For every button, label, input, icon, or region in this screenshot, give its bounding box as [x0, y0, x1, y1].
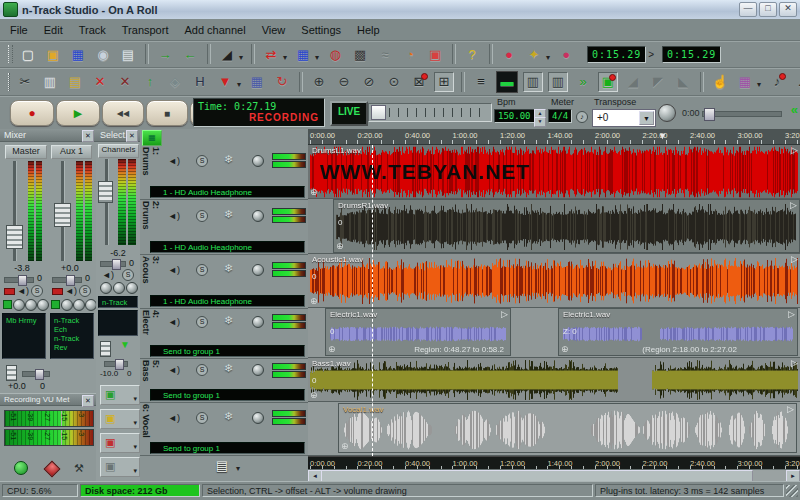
menu-view[interactable]: View — [262, 24, 286, 36]
lane-drums-right[interactable]: DrumsR1.wav 0 ▷ ⊕ — [308, 199, 800, 254]
track-volume-knob[interactable] — [252, 264, 264, 276]
track-mute-icon[interactable]: ◄) — [168, 413, 180, 423]
track-solo-button[interactable]: S — [196, 316, 208, 328]
export-wav-icon[interactable]: ← — [180, 44, 200, 64]
video-window-icon[interactable]: ▩ — [350, 44, 370, 64]
master-output-dropdown-icon[interactable]: ▾ — [236, 464, 240, 473]
track-volume-knob[interactable] — [252, 155, 264, 167]
region-play-icon[interactable]: ▷ — [791, 254, 798, 264]
marker-tool-icon[interactable]: H — [190, 72, 210, 92]
piano-roll-dropdown-icon[interactable]: ▾ — [757, 80, 761, 89]
track-solo-button[interactable]: S — [196, 210, 208, 222]
track-mute-icon[interactable]: ◄) — [168, 317, 180, 327]
track-solo-button[interactable]: S — [196, 155, 208, 167]
recording-vu-close-icon[interactable]: ✕ — [82, 395, 94, 407]
zoom-all-icon[interactable]: ⊞ — [434, 72, 454, 92]
track-output-display[interactable]: 1 - HD Audio Headphone — [150, 295, 305, 307]
burn-cd-icon[interactable]: ◉ — [93, 44, 113, 64]
insert-slot-3-button-dropdown-icon[interactable]: ▾ — [133, 438, 137, 455]
fx-entry[interactable]: n-Track Cha — [102, 298, 137, 308]
audio-output-icon[interactable]: ♫ — [792, 72, 800, 92]
track-volume-knob[interactable] — [252, 364, 264, 376]
lane-acoustic[interactable]: Acoustic1.wav 0 ▷ ⊕ — [308, 254, 800, 308]
selected-panel-header[interactable]: Select..✕ — [96, 129, 140, 142]
new-song-icon[interactable]: ▢ — [18, 44, 38, 64]
fade-out-icon[interactable]: ◣ — [673, 72, 693, 92]
insert-slot-1-button-dropdown-icon[interactable]: ▾ — [133, 390, 137, 407]
region-play-icon[interactable]: ▷ — [790, 200, 797, 210]
master-eq-knob-2[interactable] — [25, 299, 37, 311]
loop-icon[interactable]: ⇄ — [261, 44, 281, 64]
fast-forward-icon[interactable]: « — [791, 102, 798, 117]
track-freeze-icon[interactable]: ❄ — [224, 410, 233, 423]
insert-slot-3-button[interactable]: ▣▾ — [100, 433, 140, 453]
punch-out-marker-icon[interactable]: ● — [556, 44, 576, 64]
track-list-icon[interactable]: ≡ — [471, 72, 491, 92]
insert-slot-4-button[interactable]: ▣▾ — [100, 457, 140, 477]
mixdown-icon[interactable]: ▦ — [293, 44, 313, 64]
channels-button[interactable]: Channels — [98, 144, 139, 158]
loop-play-icon[interactable]: ↻ — [272, 72, 292, 92]
minimize-button[interactable]: — — [739, 2, 757, 17]
master-eq-icon[interactable] — [3, 300, 12, 309]
send-arrow-icon[interactable]: ▼ — [120, 339, 130, 350]
draw-tool-icon[interactable]: ▼ — [215, 72, 235, 92]
fx-entry[interactable]: n-Track Rev — [54, 334, 93, 352]
selected-fx-label[interactable]: n-Track Cha — [98, 296, 138, 308]
bpm-down-button[interactable]: ▼ — [534, 117, 546, 127]
lane-drums-left[interactable]: DrumsL1.wav WWW.TEBYAN.NET ▷ ⊕ — [308, 145, 800, 199]
mixer-mini-pan[interactable] — [22, 371, 50, 377]
master-channel-button[interactable]: Master — [5, 145, 47, 159]
record-arm-button[interactable] — [44, 461, 61, 478]
selected-out-pan[interactable] — [104, 361, 128, 367]
selected-fx-list[interactable] — [98, 310, 138, 336]
metronome-icon[interactable]: ◔ — [400, 44, 420, 64]
selected-close-icon[interactable]: ✕ — [126, 130, 138, 142]
track-volume-knob[interactable] — [252, 210, 264, 222]
region-play-icon[interactable]: ▷ — [501, 309, 508, 319]
region-play-icon[interactable]: ▷ — [791, 358, 798, 368]
lane-vocal[interactable]: Vocal1.wav ▷ ⊕ — [308, 402, 800, 456]
selected-eq-knob-3[interactable] — [126, 282, 138, 294]
menu-add-channel[interactable]: Add channel — [184, 24, 245, 36]
envelope-node-icon[interactable]: ⊕ — [310, 187, 318, 197]
master-speaker-icon[interactable]: ◄) — [17, 286, 29, 296]
mixer-close-icon[interactable]: ✕ — [82, 130, 94, 142]
aux1-speaker-icon[interactable]: ◄) — [65, 286, 77, 296]
region-play-icon[interactable]: ▷ — [787, 404, 794, 414]
track-mute-icon[interactable]: ◄) — [168, 156, 180, 166]
punch-out-display[interactable]: 0:15.29 — [662, 46, 721, 63]
selected-fader[interactable] — [98, 181, 113, 203]
toolbar-grip[interactable] — [8, 45, 13, 63]
master-eq-knob-3[interactable] — [37, 299, 49, 311]
insert-slot-2-button-dropdown-icon[interactable]: ▾ — [133, 414, 137, 431]
track-solo-button[interactable]: S — [196, 264, 208, 276]
track-output-display[interactable]: Send to group 1 — [150, 389, 305, 401]
mixer-mini-fader[interactable] — [6, 365, 17, 381]
record-button[interactable]: ● — [10, 100, 54, 126]
master-solo-button[interactable]: S — [31, 285, 43, 297]
gain-node-value[interactable]: 0 — [338, 218, 342, 227]
menu-transport[interactable]: Transport — [122, 24, 169, 36]
track-output-display[interactable]: 1 - HD Audio Headphone — [150, 241, 305, 253]
menu-edit[interactable]: Edit — [44, 24, 63, 36]
track-freeze-icon[interactable]: ❄ — [224, 262, 233, 275]
selected-mini-fader[interactable] — [100, 341, 111, 357]
track-number-label[interactable]: 5: Bass — [141, 360, 161, 387]
cables-icon[interactable]: ≈ — [375, 44, 395, 64]
selected-eq-knob-2[interactable] — [113, 282, 125, 294]
fx-entry[interactable]: Mb Hrmy — [6, 316, 45, 325]
aux1-eq-icon[interactable] — [51, 300, 60, 309]
aux1-mute-led[interactable] — [52, 288, 63, 295]
tempo-slider-thumb[interactable] — [371, 105, 386, 120]
master-fx-list[interactable]: Mb Hrmy — [2, 313, 46, 359]
play-button[interactable]: ▶ — [56, 100, 100, 126]
track-freeze-icon[interactable]: ❄ — [224, 362, 233, 375]
stop-button[interactable]: ■ — [146, 100, 188, 126]
selected-speaker-icon[interactable]: ◄) — [102, 270, 114, 280]
track-mute-icon[interactable]: ◄) — [168, 365, 180, 375]
bpm-display[interactable]: 150.00 — [494, 109, 535, 123]
selected-pan-slider[interactable] — [100, 261, 126, 267]
save-song-icon[interactable]: ▦ — [68, 44, 88, 64]
envelope-node-icon[interactable]: ⊕ — [310, 390, 318, 400]
